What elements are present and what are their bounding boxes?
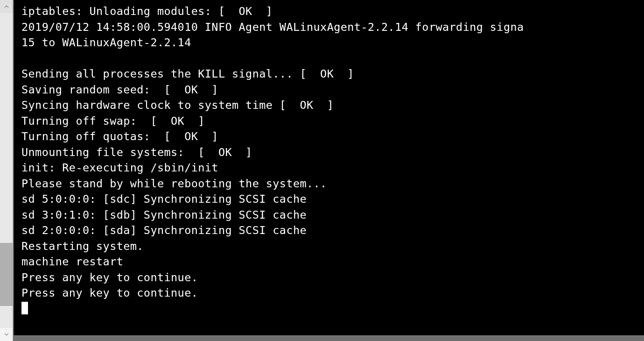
- terminal-line: machine restart: [21, 254, 637, 270]
- vertical-scrollbar[interactable]: [0, 0, 13, 341]
- scroll-up-button[interactable]: [0, 0, 13, 13]
- terminal-line: sd 5:0:0:0: [sdc] Synchronizing SCSI cac…: [21, 192, 637, 207]
- scrollbar-thumb[interactable]: [0, 243, 13, 306]
- terminal-line: sd 2:0:0:0: [sda] Synchronizing SCSI cac…: [21, 223, 637, 239]
- terminal-line: Please stand by while rebooting the syst…: [21, 176, 637, 192]
- scroll-down-button[interactable]: [0, 328, 13, 341]
- terminal-container: iptables: Unloading modules: [ OK ]2019/…: [13, 0, 644, 341]
- terminal-line: [21, 51, 637, 67]
- terminal-line: Saving random seed: [ OK ]: [21, 82, 637, 98]
- terminal-line: iptables: Unloading modules: [ OK ]: [21, 4, 637, 20]
- terminal-line: Sending all processes the KILL signal...…: [21, 66, 637, 82]
- terminal-line: Turning off quotas: [ OK ]: [21, 129, 637, 145]
- chevron-down-icon: [3, 331, 10, 338]
- terminal-line: Turning off swap: [ OK ]: [21, 114, 637, 129]
- terminal-line: Syncing hardware clock to system time [ …: [21, 98, 637, 114]
- terminal-line: sd 3:0:1:0: [sdb] Synchronizing SCSI cac…: [21, 207, 637, 223]
- terminal-output[interactable]: iptables: Unloading modules: [ OK ]2019/…: [13, 0, 644, 335]
- terminal-line: 15 to WALinuxAgent-2.2.14: [21, 35, 637, 51]
- terminal-line: Unmounting file systems: [ OK ]: [21, 145, 637, 161]
- chevron-up-icon: [3, 3, 10, 10]
- terminal-cursor-line: [21, 301, 637, 317]
- terminal-cursor: [21, 302, 28, 314]
- status-bar: [13, 335, 644, 341]
- scrollbar-track-area[interactable]: [0, 13, 13, 328]
- terminal-line: init: Re-executing /sbin/init: [21, 160, 637, 176]
- terminal-line: Press any key to continue.: [21, 270, 637, 286]
- terminal-line: 2019/07/12 14:58:00.594010 INFO Agent WA…: [21, 20, 637, 36]
- terminal-line: Restarting system.: [21, 239, 637, 255]
- terminal-line: Press any key to continue.: [21, 285, 637, 301]
